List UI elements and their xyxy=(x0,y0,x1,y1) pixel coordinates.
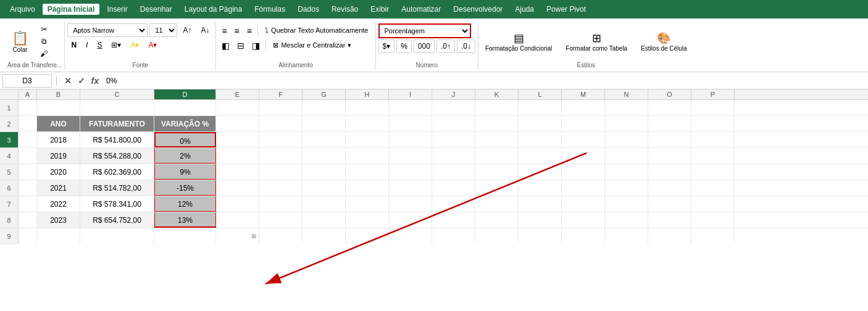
currency-button[interactable]: $▾ xyxy=(378,39,395,53)
cell-l1[interactable] xyxy=(519,100,562,115)
cell-a7[interactable] xyxy=(19,196,37,212)
cell-b1[interactable] xyxy=(37,100,80,115)
cell-m1[interactable] xyxy=(562,100,605,115)
col-header-e[interactable]: E xyxy=(216,89,259,99)
cell-e2[interactable] xyxy=(216,116,259,131)
cell-e5[interactable] xyxy=(216,164,259,180)
increase-font-button[interactable]: A↑ xyxy=(179,23,195,37)
cell-p2[interactable] xyxy=(691,116,735,131)
cell-c5[interactable]: R$ 602.369,00 xyxy=(80,164,154,180)
cell-k5[interactable] xyxy=(475,164,519,180)
cell-f1[interactable] xyxy=(259,100,303,115)
cell-a5[interactable] xyxy=(19,164,37,180)
cell-j1[interactable] xyxy=(432,100,475,115)
cell-f5[interactable] xyxy=(259,164,303,180)
cell-p5[interactable] xyxy=(691,164,735,180)
increase-decimal-button[interactable]: .0↑ xyxy=(436,39,455,53)
cell-j7[interactable] xyxy=(432,196,475,212)
col-header-c[interactable]: C xyxy=(80,89,154,99)
menu-power-pivot[interactable]: Power Pivot xyxy=(541,4,591,15)
number-format-select[interactable]: Porcentagem xyxy=(378,23,471,38)
align-center-button[interactable]: ⊟ xyxy=(234,38,248,52)
col-header-m[interactable]: M xyxy=(562,89,605,99)
menu-layout[interactable]: Layout da Página xyxy=(180,4,247,15)
cell-d7[interactable]: 12% xyxy=(154,196,216,212)
cell-p3[interactable] xyxy=(691,132,735,147)
cell-e3[interactable] xyxy=(216,132,259,147)
cell-h7[interactable] xyxy=(346,196,389,212)
cell-f9[interactable] xyxy=(259,228,303,244)
align-left-button[interactable]: ◧ xyxy=(219,38,233,52)
cell-i9[interactable] xyxy=(389,228,432,244)
cell-k9[interactable] xyxy=(475,228,519,244)
cell-f3[interactable] xyxy=(259,132,303,147)
cell-h5[interactable] xyxy=(346,164,389,180)
cell-o9[interactable] xyxy=(648,228,691,244)
cell-b6[interactable]: 2021 xyxy=(37,180,80,196)
cell-i1[interactable] xyxy=(389,100,432,115)
cell-g1[interactable] xyxy=(303,100,346,115)
cell-o2[interactable] xyxy=(648,116,691,131)
cell-l2[interactable] xyxy=(519,116,562,131)
menu-dados[interactable]: Dados xyxy=(293,4,324,15)
cell-f2[interactable] xyxy=(259,116,303,131)
align-right-button[interactable]: ◨ xyxy=(249,38,263,52)
cell-m6[interactable] xyxy=(562,180,605,196)
cell-h1[interactable] xyxy=(346,100,389,115)
menu-exibir[interactable]: Exibir xyxy=(365,4,394,15)
cell-h8[interactable] xyxy=(346,212,389,228)
cell-a3[interactable] xyxy=(19,132,37,147)
cell-m5[interactable] xyxy=(562,164,605,180)
cell-h4[interactable] xyxy=(346,148,389,164)
cell-e6[interactable] xyxy=(216,180,259,196)
align-top-left-button[interactable]: ≡ xyxy=(219,23,230,37)
align-top-right-button[interactable]: ≡ xyxy=(244,23,255,37)
cell-j2[interactable] xyxy=(432,116,475,131)
menu-desenvolvedor[interactable]: Desenvolvedor xyxy=(448,4,507,15)
cell-g9[interactable] xyxy=(303,228,346,244)
cell-g4[interactable] xyxy=(303,148,346,164)
percent-button[interactable]: % xyxy=(396,39,412,53)
cell-f7[interactable] xyxy=(259,196,303,212)
cell-d4[interactable]: 2% xyxy=(154,148,216,164)
cell-k6[interactable] xyxy=(475,180,519,196)
cell-o5[interactable] xyxy=(648,164,691,180)
decrease-decimal-button[interactable]: .0↓ xyxy=(457,39,475,53)
cell-i6[interactable] xyxy=(389,180,432,196)
cell-b8[interactable]: 2023 xyxy=(37,212,80,228)
col-header-k[interactable]: K xyxy=(475,89,519,99)
col-header-a[interactable]: A xyxy=(19,89,37,99)
cell-f4[interactable] xyxy=(259,148,303,164)
cell-e4[interactable] xyxy=(216,148,259,164)
cell-f6[interactable] xyxy=(259,180,303,196)
cell-n8[interactable] xyxy=(605,212,648,228)
cell-k4[interactable] xyxy=(475,148,519,164)
cell-k3[interactable] xyxy=(475,132,519,147)
cell-c3[interactable]: R$ 541.800,00 xyxy=(80,132,154,147)
cell-a1[interactable] xyxy=(19,100,37,115)
cell-c9[interactable] xyxy=(80,228,154,244)
cell-a6[interactable] xyxy=(19,180,37,196)
cell-ref-input[interactable] xyxy=(2,74,52,88)
formula-input[interactable] xyxy=(104,76,866,86)
quick-analysis-icon[interactable]: ⊞ xyxy=(251,230,256,243)
cell-c8[interactable]: R$ 654.752,00 xyxy=(80,212,154,228)
col-header-j[interactable]: J xyxy=(432,89,475,99)
cell-i8[interactable] xyxy=(389,212,432,228)
cell-o6[interactable] xyxy=(648,180,691,196)
cell-j8[interactable] xyxy=(432,212,475,228)
menu-desenhar[interactable]: Desenhar xyxy=(135,4,177,15)
font-name-select[interactable]: Aptos Narrow xyxy=(67,23,148,37)
cell-j5[interactable] xyxy=(432,164,475,180)
cell-k2[interactable] xyxy=(475,116,519,131)
cell-d6[interactable]: -15% xyxy=(154,180,216,196)
cell-b2-header[interactable]: ANO xyxy=(37,116,80,131)
cell-k7[interactable] xyxy=(475,196,519,212)
cell-d3-active[interactable]: 0% xyxy=(154,132,216,147)
align-top-center-button[interactable]: ≡ xyxy=(232,23,243,37)
cell-b9[interactable] xyxy=(37,228,80,244)
col-header-f[interactable]: F xyxy=(259,89,303,99)
cell-k8[interactable] xyxy=(475,212,519,228)
copy-button[interactable]: ⧉ xyxy=(35,36,52,47)
menu-inserir[interactable]: Inserir xyxy=(102,4,132,15)
